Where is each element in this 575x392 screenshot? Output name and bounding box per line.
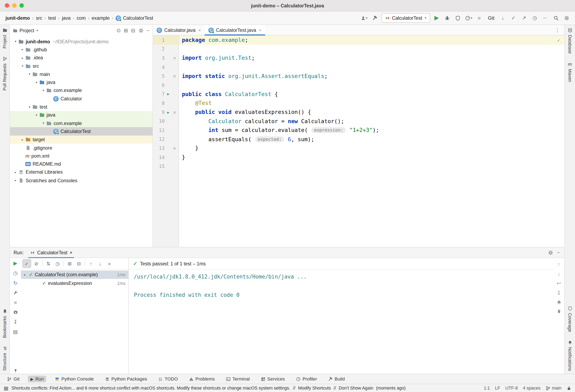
run-test-gutter-icon[interactable]: ▶ bbox=[165, 110, 172, 114]
tool-button-project[interactable]: Project bbox=[2, 28, 7, 49]
tree-chevron-icon[interactable]: ▾ bbox=[24, 273, 29, 277]
line-number[interactable]: 13 bbox=[153, 145, 165, 151]
close-icon[interactable]: × bbox=[259, 28, 262, 32]
line-number[interactable]: 10 bbox=[153, 118, 165, 124]
line-number[interactable]: 14 bbox=[153, 155, 165, 160]
expand-all-icon[interactable]: ⊞ bbox=[124, 28, 128, 33]
tree-chevron-icon[interactable]: ▾ bbox=[27, 72, 32, 76]
fold-icon[interactable]: ⊟ bbox=[172, 74, 177, 78]
breadcrumb-item-src[interactable]: src bbox=[35, 15, 43, 22]
git-branch-widget[interactable]: main bbox=[546, 386, 561, 391]
modify-shortcuts-link[interactable]: Modify Shortcuts bbox=[298, 386, 331, 391]
profiler-button[interactable]: ▾ bbox=[464, 14, 473, 22]
tool-button-database[interactable]: Database bbox=[567, 28, 573, 54]
line-number[interactable]: 12 bbox=[153, 137, 165, 142]
breadcrumb-item-example[interactable]: example bbox=[91, 15, 111, 22]
tree-item-github[interactable]: ▸.github bbox=[10, 46, 153, 54]
tree-item-java[interactable]: ▾java bbox=[10, 78, 153, 86]
more-options-icon[interactable]: ⋮ bbox=[550, 25, 564, 35]
fold-icon[interactable]: ⊟ bbox=[172, 110, 177, 114]
tool-window-button-run[interactable]: ▶Run bbox=[28, 376, 47, 382]
code-line[interactable]: 2 bbox=[153, 45, 565, 54]
soft-wrap-icon[interactable]: ↩ bbox=[557, 281, 561, 286]
sort-by-duration-button[interactable]: ◷ bbox=[54, 259, 62, 267]
tool-window-button-python-packages[interactable]: Python Packages bbox=[102, 376, 150, 382]
line-number[interactable]: 9 bbox=[153, 109, 165, 115]
import-test-results-icon[interactable]: ↧ bbox=[13, 319, 18, 324]
code-line[interactable]: 11 int sum = calculator.evaluate( expres… bbox=[153, 126, 565, 135]
watch-duration-icon[interactable]: ◷ bbox=[13, 271, 18, 276]
search-everywhere-button[interactable] bbox=[552, 14, 560, 22]
tree-chevron-icon[interactable]: ▸ bbox=[20, 48, 25, 51]
code-line[interactable]: 5⊟import static org.junit.Assert.assertE… bbox=[153, 72, 565, 81]
breadcrumb-item-junit-demo[interactable]: junit-demo bbox=[4, 15, 31, 22]
editor-tab-calculatortest-java[interactable]: CCalculatorTest.java× bbox=[205, 25, 265, 35]
scroll-down-icon[interactable]: ↓ bbox=[557, 271, 560, 276]
more-actions-button[interactable]: » bbox=[105, 259, 113, 267]
build-project-button[interactable] bbox=[371, 14, 379, 22]
settings-button[interactable] bbox=[562, 14, 571, 22]
tool-window-button-profiler[interactable]: Profiler bbox=[293, 376, 319, 382]
tree-chevron-icon[interactable]: ▾ bbox=[41, 89, 46, 92]
tool-button-coverage[interactable]: Coverage bbox=[567, 306, 573, 332]
tree-item-main[interactable]: ▾main bbox=[10, 70, 153, 78]
tool-window-button-problems[interactable]: Problems bbox=[186, 376, 217, 382]
code-line[interactable]: 8 @Test bbox=[153, 99, 565, 108]
tree-item-calculatortest[interactable]: CCalculatorTest bbox=[10, 127, 153, 136]
pin-tab-icon[interactable] bbox=[13, 369, 18, 373]
tree-item-calculator[interactable]: CCalculator bbox=[10, 95, 153, 103]
line-number[interactable]: 2 bbox=[153, 46, 165, 52]
tree-chevron-icon[interactable]: ▾ bbox=[41, 121, 46, 125]
editor-filler[interactable] bbox=[153, 171, 565, 247]
tree-chevron-icon[interactable]: ▾ bbox=[20, 64, 25, 68]
expand-all-button[interactable]: ⊞ bbox=[66, 259, 74, 267]
show-passed-button[interactable]: ✓ bbox=[22, 259, 31, 268]
inspection-status-icon[interactable]: ✓ bbox=[557, 38, 560, 43]
lock-icon[interactable] bbox=[567, 386, 571, 390]
tree-chevron-icon[interactable]: ▸ bbox=[20, 138, 25, 141]
test-row-calculatortest-com-example[interactable]: ▾✓CalculatorTest (com.example)1ms bbox=[21, 271, 128, 279]
run-test-gutter-icon[interactable]: ▶ bbox=[165, 92, 172, 96]
code-line[interactable]: 9▶⊟ public void evaluatesExpression() { bbox=[153, 108, 565, 117]
tree-item-readme-md[interactable]: MDREADME.md bbox=[10, 160, 153, 168]
breadcrumb-item-test[interactable]: test bbox=[47, 15, 57, 22]
close-icon[interactable]: × bbox=[199, 28, 201, 32]
line-number[interactable]: 4 bbox=[153, 65, 165, 70]
fold-icon[interactable]: ⊟ bbox=[172, 146, 177, 150]
tree-chevron-icon[interactable]: ▾ bbox=[34, 80, 39, 84]
code-line[interactable]: 4 bbox=[153, 63, 565, 72]
run-tab[interactable]: CalculatorTest × bbox=[27, 247, 75, 257]
console-output[interactable]: /usr/local/jdk1.8.0_412.jdk/Contents/Hom… bbox=[129, 270, 553, 376]
tree-item-java[interactable]: ▾java bbox=[10, 111, 153, 119]
git-update-button[interactable]: ↓ bbox=[499, 14, 507, 22]
line-number[interactable]: 5 bbox=[153, 73, 165, 79]
line-separator-widget[interactable]: LF bbox=[495, 386, 500, 391]
hide-panel-icon[interactable]: − bbox=[147, 28, 150, 33]
tree-item-target[interactable]: ▸target bbox=[10, 136, 153, 144]
code-line[interactable]: 12 assertEquals( expected: 6, sum); bbox=[153, 135, 565, 144]
tree-chevron-icon[interactable]: ▸ bbox=[13, 170, 19, 174]
clear-all-icon[interactable] bbox=[556, 309, 561, 314]
code-line[interactable]: 10 Calculator calculator = new Calculato… bbox=[153, 116, 565, 126]
show-ignored-button[interactable]: ⊘ bbox=[32, 259, 40, 267]
close-window-button[interactable] bbox=[5, 3, 9, 8]
tool-window-button-terminal[interactable]: Terminal bbox=[223, 376, 252, 382]
zoom-window-button[interactable] bbox=[20, 3, 24, 8]
tree-item-pom-xml[interactable]: mpom.xml bbox=[10, 152, 153, 160]
dont-show-again-link[interactable]: Don't Show Again bbox=[339, 386, 373, 391]
stop-process-icon[interactable]: ■ bbox=[14, 300, 17, 305]
run-button[interactable]: ▶ bbox=[433, 14, 441, 22]
scroll-up-icon[interactable]: ↑ bbox=[557, 262, 560, 267]
rerun-automatically-icon[interactable]: ↻ bbox=[13, 280, 18, 285]
test-settings-icon[interactable] bbox=[13, 290, 18, 295]
sort-alphabetically-button[interactable]: ⇅ bbox=[44, 259, 52, 267]
tool-window-button-services[interactable]: Services bbox=[258, 376, 288, 382]
fold-icon[interactable]: ⊟ bbox=[172, 56, 177, 60]
line-number[interactable]: 8 bbox=[153, 100, 165, 106]
stop-button[interactable]: ■ bbox=[475, 14, 483, 22]
run-configuration-select[interactable]: CalculatorTest ▾ bbox=[381, 13, 430, 23]
caret-position-widget[interactable]: 1:1 bbox=[484, 386, 490, 391]
tool-window-button-git[interactable]: Git bbox=[4, 376, 22, 382]
tree-item-junit-demo[interactable]: ▾junit-demo~/IDEAProjects/junit-demo bbox=[10, 37, 153, 46]
tool-button-pull-requests[interactable]: Pull Requests bbox=[2, 57, 7, 91]
